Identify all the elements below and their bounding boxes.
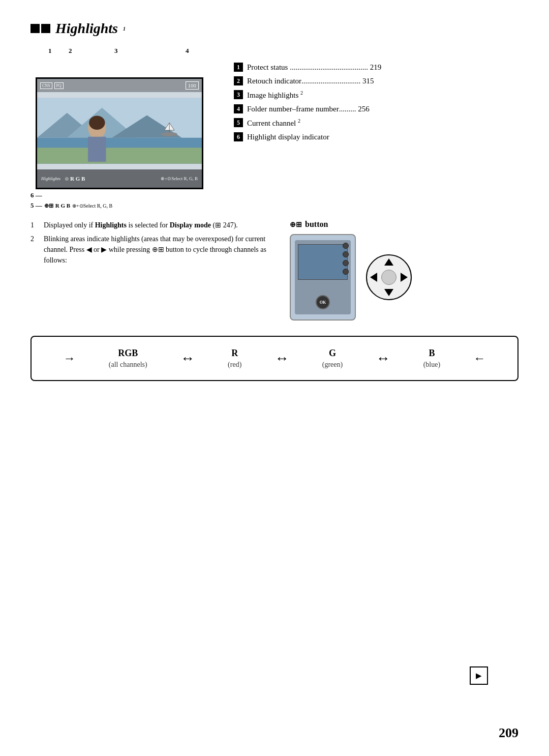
label-5: 5 —	[30, 201, 42, 210]
title-icon	[30, 24, 50, 33]
info-text-5: Current channel 2	[247, 118, 518, 129]
info-item-2: 2 Retouch indicator.....................…	[234, 76, 518, 86]
cam-btn-zoom	[343, 260, 349, 266]
rgb-label: ⊕ R G B	[65, 176, 85, 182]
cam-btn-play	[343, 269, 349, 275]
cam-btn-info	[343, 251, 349, 257]
svg-point-8	[89, 116, 105, 130]
info-item-1: 1 Protect status .......................…	[234, 62, 518, 73]
arrow-r-g: ↔	[275, 350, 289, 366]
dpad-right	[401, 273, 408, 282]
note-num-2: 2	[30, 234, 41, 244]
channel-rgb-name: RGB	[109, 347, 147, 360]
camera-back-diagram: OK	[290, 234, 414, 321]
cam-ok-btn: OK	[316, 295, 330, 309]
title-superscript: 1	[123, 26, 126, 32]
button-area: ⊕⊞ button OK	[290, 220, 518, 321]
channel-b-name: B	[423, 347, 440, 360]
pq-icon: PQ	[54, 82, 64, 89]
top-section: 1 2 3 4 CNS PQ 100	[30, 47, 518, 210]
page-title: Highlights1	[30, 20, 518, 37]
channel-rgb-sub: (all channels)	[109, 360, 147, 370]
label-5-select: ⊕+⊙Select R, G, B	[72, 203, 112, 209]
svg-point-11	[161, 132, 177, 136]
camera-screen-small	[298, 244, 348, 280]
title-block-2	[41, 24, 50, 33]
info-item-3: 3 Image highlights 2	[234, 90, 518, 101]
notes-left: 1 Displayed only if Highlights is select…	[30, 220, 274, 321]
channel-g-name: G	[322, 347, 343, 360]
label-2: 2	[69, 47, 72, 55]
title-text: Highlights	[55, 20, 118, 37]
landscape-bg	[37, 92, 202, 169]
button-text: button	[305, 220, 328, 229]
info-item-5: 5 Current channel 2	[234, 118, 518, 129]
channel-r-name: R	[228, 347, 241, 360]
start-arrow: →	[64, 352, 76, 365]
camera-body: OK	[290, 234, 356, 321]
svg-rect-7	[88, 137, 106, 162]
info-text-1: Protect status .........................…	[247, 62, 518, 73]
page-number: 209	[499, 725, 518, 741]
label-4: 4	[186, 47, 189, 55]
channel-r-sub: (red)	[228, 360, 241, 370]
dpad-up	[384, 258, 393, 266]
diagram-area: 1 2 3 4 CNS PQ 100	[30, 47, 214, 210]
arrow-g-b: ↔	[376, 350, 390, 366]
channel-flow-wrapper: → RGB (all channels) ↔ R (red) ↔ G (gree…	[30, 336, 518, 381]
note-2: 2 Blinking areas indicate highlights (ar…	[30, 234, 274, 266]
frame-number: 100	[186, 81, 199, 90]
info-text-6: Highlight display indicator	[247, 132, 518, 142]
info-text-4: Folder number–frame number......... 256	[247, 104, 518, 114]
label-6: 6 —	[30, 191, 42, 199]
info-num-4: 4	[234, 104, 243, 113]
info-text-2: Retouch indicator.......................…	[247, 76, 518, 86]
note-num-1: 1	[30, 220, 41, 230]
note-1: 1 Displayed only if Highlights is select…	[30, 220, 274, 230]
info-item-6: 6 Highlight display indicator	[234, 132, 518, 142]
channel-r: R (red)	[228, 347, 241, 370]
label-3: 3	[114, 47, 118, 55]
dpad	[366, 254, 412, 300]
arrow-rgb-r: ↔	[180, 350, 195, 366]
dpad-container	[363, 252, 414, 303]
camera-screen: CNS PQ 100	[36, 77, 203, 189]
dpad-left	[370, 273, 377, 282]
cam-btn-menu	[343, 243, 349, 249]
notes-section: 1 Displayed only if Highlights is select…	[30, 220, 518, 321]
info-num-3: 3	[234, 90, 243, 99]
info-list: 1 Protect status .......................…	[234, 47, 518, 210]
dpad-outer	[366, 254, 412, 300]
info-num-5: 5	[234, 118, 243, 127]
end-arrow: ←	[473, 352, 485, 365]
note-text-1: Displayed only if Highlights is selected…	[44, 220, 274, 230]
svg-rect-5	[37, 148, 202, 163]
highlights-label: Highlights	[41, 176, 60, 181]
channel-g-sub: (green)	[322, 360, 343, 370]
button-icon: ⊕⊞	[290, 220, 302, 229]
label-1: 1	[48, 47, 52, 55]
playback-symbol: ▶	[476, 671, 482, 680]
channel-b-sub: (blue)	[423, 360, 440, 370]
camera-body-inner: OK	[295, 240, 351, 314]
select-label: ⊕+⊙Select R, G, B	[161, 176, 198, 181]
info-num-1: 1	[234, 63, 243, 72]
side-labels: 6 — 5 — ⊕⊞ R G B ⊕+⊙Select R, G, B	[30, 191, 214, 210]
channel-flow: → RGB (all channels) ↔ R (red) ↔ G (gree…	[30, 336, 518, 381]
info-text-3: Image highlights 2	[247, 90, 518, 101]
note-text-2: Blinking areas indicate highlights (area…	[44, 234, 274, 266]
title-block-1	[30, 24, 40, 33]
screen-bottom: Highlights ⊕ R G B ⊕+⊙Select R, G, B	[37, 169, 202, 188]
label-5-icon: ⊕⊞	[44, 202, 53, 209]
cns-icon: CNS	[40, 82, 52, 89]
label-5-rgb: R G B	[55, 202, 70, 209]
playback-icon: ▶	[470, 666, 488, 685]
screen-icons-left: CNS PQ	[40, 82, 64, 89]
channel-b: B (blue)	[423, 347, 440, 370]
dpad-down	[384, 289, 393, 296]
button-label: ⊕⊞ button	[290, 220, 328, 229]
info-num-2: 2	[234, 76, 243, 85]
channel-rgb: RGB (all channels)	[109, 347, 147, 370]
dpad-center	[381, 270, 396, 285]
channel-g: G (green)	[322, 347, 343, 370]
